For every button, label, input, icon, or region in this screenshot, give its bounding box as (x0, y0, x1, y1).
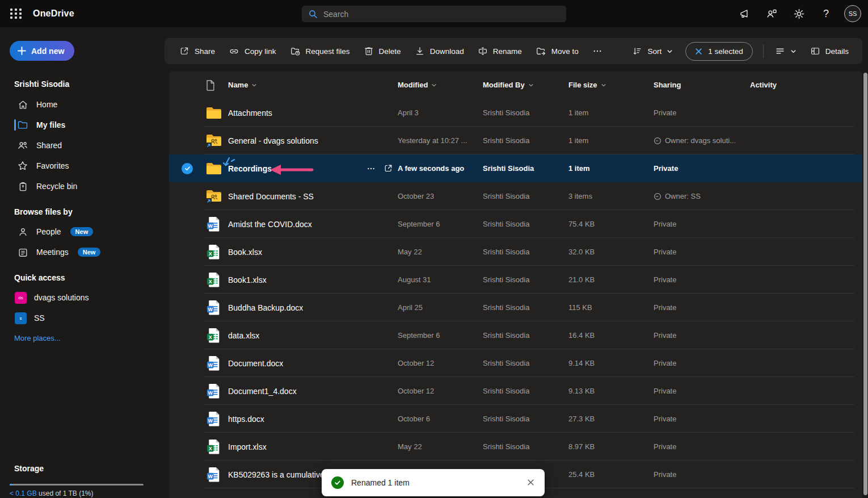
column-header-sharing[interactable]: Sharing (654, 81, 750, 89)
table-row[interactable]: Xdata.xlsxSeptember 6Srishti Sisodia16.4… (169, 321, 862, 349)
vertical-scrollbar[interactable] (863, 71, 868, 498)
sidebar-item-label: Favorites (36, 161, 69, 170)
quick-access-dvags-solutions[interactable]: ds dvags solutions (5, 287, 158, 308)
sharing-cell: Private (654, 470, 750, 479)
copy-link-button[interactable]: Copy link (222, 42, 283, 61)
selection-count-pill[interactable]: 1 selected (685, 42, 753, 61)
account-person-icon[interactable] (762, 5, 781, 23)
modified-cell: May 22 (398, 248, 483, 256)
details-button[interactable]: Details (803, 42, 856, 60)
table-row[interactable]: AttachmentsApril 3Srishti Sisodia1 itemP… (169, 99, 862, 127)
toast-close-icon[interactable] (527, 478, 534, 488)
add-new-button[interactable]: Add new (10, 41, 74, 61)
list-view-icon (775, 46, 785, 56)
view-options-button[interactable] (768, 42, 803, 60)
sharing-cell: Private (654, 275, 750, 284)
modified-by-cell: Srishti Sisodia (483, 220, 568, 228)
sidebar-item-shared[interactable]: Shared (5, 135, 158, 156)
table-row[interactable]: WBuddha Backup.docxApril 25Srishti Sisod… (169, 294, 862, 321)
success-check-icon (331, 476, 344, 489)
file-name[interactable]: Book.xlsx (228, 248, 262, 257)
file-name[interactable]: data.xlsx (228, 331, 259, 340)
shared-folder-shortcut-icon (205, 189, 222, 204)
table-row[interactable]: RecordingsA few seconds agoSrishti Sisod… (169, 154, 862, 182)
sort-button[interactable]: Sort (625, 42, 680, 60)
column-header-activity[interactable]: Activity (750, 81, 862, 89)
modified-cell: May 22 (398, 442, 483, 451)
more-places-link[interactable]: More places... (14, 334, 61, 342)
sidebar-item-my-files[interactable]: My files (5, 115, 158, 135)
file-name[interactable]: Recordings (228, 164, 272, 173)
sidebar-item-label: My files (36, 120, 65, 129)
sidebar-item-favorites[interactable]: Favorites (5, 156, 158, 176)
table-row[interactable]: Shared Documents - SSOctober 23Srishti S… (169, 182, 862, 210)
table-row[interactable]: Whttps.docxOctober 6Srishti Sisodia27.3 … (169, 405, 862, 433)
request-files-button[interactable]: Request files (283, 42, 357, 61)
sidebar-item-label: Recycle bin (36, 182, 77, 191)
owner-icon (654, 137, 661, 145)
sidebar-item-people[interactable]: People New (5, 221, 158, 242)
column-header-modified[interactable]: Modified (398, 81, 483, 89)
table-row[interactable]: XBook.xlsxMay 22Srishti Sisodia32.0 KBPr… (169, 238, 862, 266)
sharing-text: Private (654, 108, 676, 117)
file-name[interactable]: General - dvags solutions (228, 136, 318, 145)
request-files-icon (290, 46, 301, 57)
scrollbar-thumb[interactable] (863, 73, 867, 495)
file-name[interactable]: KB5029263 is a cumulative (228, 470, 325, 479)
owner-icon (654, 192, 661, 200)
table-row[interactable]: XImport.xlsxMay 22Srishti Sisodia8.97 KB… (169, 433, 862, 461)
sidebar-item-home[interactable]: Home (5, 94, 158, 115)
sharing-text: Private (654, 303, 676, 312)
table-row[interactable]: XBook1.xlsxAugust 31Srishti Sisodia21.0 … (169, 266, 862, 294)
table-row[interactable]: WDocument1_4.docxOctober 12Srishti Sisod… (169, 377, 862, 405)
file-name[interactable]: Book1.xlsx (228, 275, 267, 284)
add-new-label: Add new (31, 47, 64, 56)
sidebar-item-label: People (36, 227, 61, 236)
file-name[interactable]: Attachments (228, 108, 272, 118)
rename-button[interactable]: Rename (471, 42, 529, 60)
toast-notification: Renamed 1 item (322, 469, 545, 496)
column-header-name[interactable]: Name (228, 81, 398, 89)
folder-icon (205, 161, 222, 177)
file-name[interactable]: Buddha Backup.docx (228, 303, 303, 312)
app-launcher-icon[interactable] (5, 2, 27, 25)
modified-cell: September 6 (398, 220, 483, 228)
file-name[interactable]: https.docx (228, 415, 264, 424)
account-avatar[interactable]: SS (844, 5, 861, 22)
table-row[interactable]: General - dvags solutionsYesterday at 10… (169, 127, 862, 154)
clear-selection-icon[interactable] (695, 48, 702, 55)
whats-new-megaphone-icon[interactable] (735, 5, 753, 23)
table-row[interactable]: WAmidst the COVID.docxSeptember 6Srishti… (169, 210, 862, 238)
column-header-file-size[interactable]: File size (568, 81, 654, 89)
file-name[interactable]: Document1_4.docx (228, 387, 297, 396)
sharing-cell: Private (654, 108, 750, 117)
file-name[interactable]: Document.docx (228, 359, 283, 368)
more-commands-button[interactable] (585, 42, 609, 60)
modified-cell: October 12 (398, 387, 483, 395)
storage-used-rest: used of 1 TB (1%) (37, 489, 94, 497)
column-label: Sharing (654, 81, 681, 89)
search-input[interactable]: Search (302, 6, 566, 22)
move-to-button[interactable]: Move to (529, 42, 585, 61)
file-name[interactable]: Shared Documents - SS (228, 192, 314, 201)
row-share-button[interactable] (384, 164, 393, 173)
excel-file-icon: X (205, 244, 222, 260)
row-more-button[interactable] (366, 164, 376, 173)
quick-access-ss[interactable]: s SS (5, 308, 158, 328)
sidebar-item-recycle-bin[interactable]: Recycle bin (5, 176, 158, 196)
settings-gear-icon[interactable] (790, 5, 808, 23)
new-badge: New (70, 227, 94, 236)
move-to-label: Move to (551, 47, 579, 56)
file-name[interactable]: Amidst the COVID.docx (228, 220, 312, 229)
column-header-modified-by[interactable]: Modified By (483, 81, 568, 89)
sharing-cell: Private (654, 331, 750, 340)
sidebar-item-meetings[interactable]: Meetings New (5, 242, 158, 262)
table-row[interactable]: WDocument.docxOctober 12Srishti Sisodia9… (169, 349, 862, 377)
help-icon[interactable]: ? (817, 5, 835, 23)
file-name[interactable]: Import.xlsx (228, 442, 267, 451)
download-button[interactable]: Download (408, 42, 471, 60)
delete-button[interactable]: Delete (357, 42, 408, 60)
star-icon (17, 160, 28, 171)
share-button[interactable]: Share (172, 42, 222, 60)
row-selected-checkbox[interactable] (182, 163, 193, 174)
